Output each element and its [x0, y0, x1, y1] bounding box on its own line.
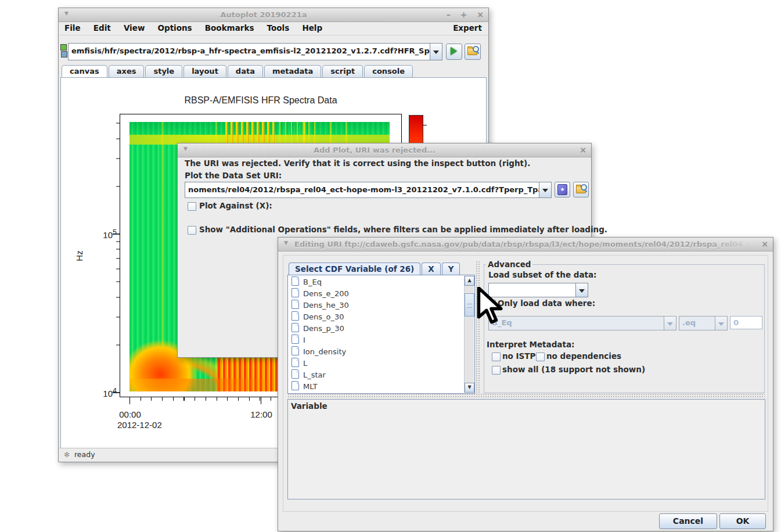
inspect-button[interactable]: [573, 182, 589, 197]
where-op-dropdown-icon[interactable]: [715, 317, 727, 330]
x-tick-1200: 12:00: [241, 409, 282, 419]
close-icon[interactable]: ×: [761, 239, 768, 249]
minimize-button[interactable]: –: [447, 10, 451, 19]
play-icon: [451, 47, 457, 55]
address-dropdown-icon[interactable]: [430, 44, 442, 60]
x-major-tick-0: [129, 397, 130, 404]
main-titlebar[interactable]: ▼ Autoplot 20190221a – + ×: [59, 8, 488, 22]
uri-dropdown-icon[interactable]: [539, 182, 551, 197]
maximize-button[interactable]: +: [460, 10, 467, 19]
document-icon: [291, 300, 299, 309]
add-plot-titlebar[interactable]: ▼ Add Plot, URI was rejected... ×: [178, 143, 591, 157]
uri-input[interactable]: noments/rel04/2012/rbspa_rel04_ect-hope-…: [185, 182, 539, 197]
editing-titlebar[interactable]: ▼ Editing URI ftp://cdaweb.gsfc.nasa.gov…: [278, 238, 773, 251]
tab-metadata[interactable]: metadata: [264, 65, 321, 77]
horizontal-splitter[interactable]: [287, 393, 765, 398]
scroll-up-icon[interactable]: ▲: [465, 276, 474, 286]
tab-style[interactable]: style: [145, 65, 182, 77]
expert-label[interactable]: Expert: [453, 23, 482, 33]
subset-combobox[interactable]: [488, 283, 588, 297]
document-icon: [291, 369, 299, 379]
uri-combobox[interactable]: noments/rel04/2012/rbspa_rel04_ect-hope-…: [185, 182, 552, 198]
load-subset-label: Load subset of the data:: [488, 270, 597, 279]
variable-list[interactable]: B_Eq Dens_e_200 Dens_he_30 Dens_o_30 Den…: [287, 275, 475, 394]
close-icon[interactable]: ×: [580, 145, 586, 154]
cancel-button[interactable]: Cancel: [659, 513, 717, 529]
list-item[interactable]: Dens_he_30: [288, 300, 464, 311]
list-item[interactable]: Dens_p_30: [288, 323, 464, 335]
window-menu-icon[interactable]: ▼: [64, 10, 69, 16]
menu-view[interactable]: View: [118, 22, 150, 34]
main-tabs: canvasaxesstylelayoutdatametadatascriptc…: [62, 64, 414, 78]
tab-data[interactable]: data: [228, 65, 263, 77]
scroll-down-icon[interactable]: ▼: [465, 383, 474, 393]
list-item[interactable]: Dens_e_200: [288, 288, 464, 300]
show-all-checkbox[interactable]: [492, 366, 501, 375]
window-menu-icon[interactable]: ▼: [284, 240, 288, 246]
y-tick-1e5: 105: [93, 228, 117, 240]
document-icon: [291, 335, 299, 344]
list-item[interactable]: I: [288, 335, 464, 346]
tab-select-cdf-variable[interactable]: Select CDF Variable (of 26): [289, 263, 420, 276]
menu-help[interactable]: Help: [297, 22, 327, 34]
tab-console[interactable]: console: [364, 65, 413, 77]
inspect-uri-button[interactable]: [465, 44, 481, 60]
ok-button[interactable]: OK: [719, 513, 766, 529]
address-input[interactable]: emfisis/hfr/spectra/2012/rbsp-a_hfr-spec…: [69, 44, 430, 60]
vertical-splitter[interactable]: [476, 261, 481, 394]
menu-options[interactable]: Options: [153, 22, 197, 34]
address-combobox[interactable]: emfisis/hfr/spectra/2012/rbsp-a_hfr-spec…: [68, 43, 442, 60]
tab-script[interactable]: script: [322, 65, 363, 77]
bookmark-button[interactable]: ★: [555, 182, 570, 197]
plot-against-checkbox[interactable]: [188, 202, 196, 211]
x-major-tick-12: [261, 397, 261, 404]
menu-tools[interactable]: Tools: [262, 22, 295, 34]
where-op-combobox[interactable]: .eq: [679, 316, 728, 330]
menu-edit[interactable]: Edit: [88, 22, 116, 34]
tab-y[interactable]: Y: [442, 263, 460, 275]
go-button[interactable]: [446, 44, 462, 60]
menu-bookmarks[interactable]: Bookmarks: [200, 22, 260, 34]
tab-canvas[interactable]: canvas: [62, 65, 107, 78]
add-plot-title: Add Plot, URI was rejected...: [193, 143, 556, 157]
mouse-cursor: [476, 287, 503, 324]
list-item[interactable]: Dens_o_30: [288, 311, 464, 323]
list-item[interactable]: MLT: [288, 381, 464, 392]
document-icon: [291, 358, 299, 367]
y-axis-title: Hz: [74, 250, 84, 261]
variable-tabs: Select CDF Variable (of 26)XY: [289, 262, 461, 275]
layer-indicator-blue-icon[interactable]: [61, 51, 67, 57]
where-field-dropdown-icon[interactable]: [664, 317, 676, 330]
list-item[interactable]: Ion_density: [288, 346, 464, 358]
tab-x[interactable]: X: [422, 263, 440, 275]
layer-indicator-green-icon[interactable]: [60, 44, 67, 51]
editing-title: Editing URI ftp://cdaweb.gsfc.nasa.gov/p…: [294, 238, 755, 251]
no-dependencies-label: no dependencies: [546, 351, 621, 361]
no-istp-checkbox[interactable]: [492, 353, 501, 361]
x-tick-0000: 00:00: [110, 409, 150, 419]
where-value-field[interactable]: 0: [730, 316, 762, 329]
y-tick-1e4: 104: [93, 387, 117, 398]
show-operations-checkbox[interactable]: [188, 226, 196, 235]
list-item[interactable]: L_star: [288, 369, 464, 381]
list-scrollbar[interactable]: ▲ ▼: [464, 276, 474, 393]
list-item[interactable]: L: [288, 358, 464, 369]
editing-uri-dialog: ▼ Editing URI ftp://cdaweb.gsfc.nasa.gov…: [278, 237, 773, 531]
tab-layout[interactable]: layout: [183, 65, 226, 77]
busy-icon: ✻: [64, 448, 70, 461]
colorbar-tick: [423, 125, 427, 125]
subset-dropdown-icon[interactable]: [575, 283, 588, 297]
scroll-thumb[interactable]: [465, 293, 474, 317]
window-menu-icon[interactable]: ▼: [183, 146, 188, 152]
y-axis-ticks: [113, 114, 120, 396]
close-button[interactable]: ×: [477, 10, 484, 19]
no-dependencies-checkbox[interactable]: [536, 353, 545, 361]
menu-file[interactable]: File: [59, 22, 86, 34]
list-item[interactable]: B_Eq: [288, 276, 464, 288]
where-field-combobox[interactable]: B_Eq: [488, 316, 676, 330]
x-axis-date: 2012-12-02: [117, 420, 162, 430]
tab-axes[interactable]: axes: [109, 65, 145, 77]
show-operations-label: Show "Additional Operations" fields, whe…: [199, 225, 607, 234]
bookmark-icon: ★: [557, 184, 567, 195]
menu-bar: File Edit View Options Bookmarks Tools H…: [59, 22, 488, 35]
